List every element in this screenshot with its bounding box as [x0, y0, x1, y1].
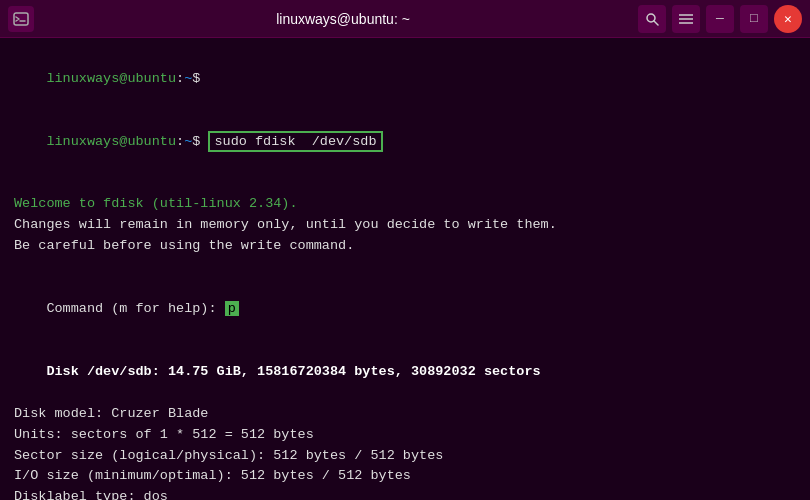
search-button[interactable]	[638, 5, 666, 33]
blank-line-1	[14, 174, 796, 195]
maximize-button[interactable]: □	[740, 5, 768, 33]
minimize-button[interactable]: —	[706, 5, 734, 33]
terminal-line-2: linuxways@ubuntu:~$ sudo fdisk /dev/sdb	[14, 111, 796, 174]
blank-line-2	[14, 257, 796, 278]
io-size-line: I/O size (minimum/optimal): 512 bytes / …	[14, 466, 796, 487]
disklabel-line: Disklabel type: dos	[14, 487, 796, 500]
menu-button[interactable]	[672, 5, 700, 33]
welcome-line: Welcome to fdisk (util-linux 2.34).	[14, 194, 796, 215]
svg-line-3	[654, 21, 658, 25]
titlebar: linuxways@ubuntu: ~ — □ ✕	[0, 0, 810, 38]
info-line-1: Changes will remain in memory only, unti…	[14, 215, 796, 236]
terminal-line-1: linuxways@ubuntu:~$	[14, 48, 796, 111]
units-line: Units: sectors of 1 * 512 = 512 bytes	[14, 425, 796, 446]
terminal-body: linuxways@ubuntu:~$ linuxways@ubuntu:~$ …	[0, 38, 810, 500]
svg-rect-0	[14, 13, 28, 25]
info-line-2: Be careful before using the write comman…	[14, 236, 796, 257]
command-p-char: p	[225, 301, 239, 316]
sector-size-line: Sector size (logical/physical): 512 byte…	[14, 446, 796, 467]
command-prompt-p: Command (m for help): p	[14, 278, 796, 341]
window-title: linuxways@ubuntu: ~	[48, 11, 638, 27]
disk-model-line: Disk model: Cruzer Blade	[14, 404, 796, 425]
disk-info-line: Disk /dev/sdb: 14.75 GiB, 15816720384 by…	[14, 341, 796, 404]
terminal-icon[interactable]	[8, 6, 34, 32]
command-highlight: sudo fdisk /dev/sdb	[208, 131, 382, 152]
close-button[interactable]: ✕	[774, 5, 802, 33]
prompt-user-1: linuxways@ubuntu	[46, 71, 176, 86]
prompt-user-2: linuxways@ubuntu	[46, 134, 176, 149]
